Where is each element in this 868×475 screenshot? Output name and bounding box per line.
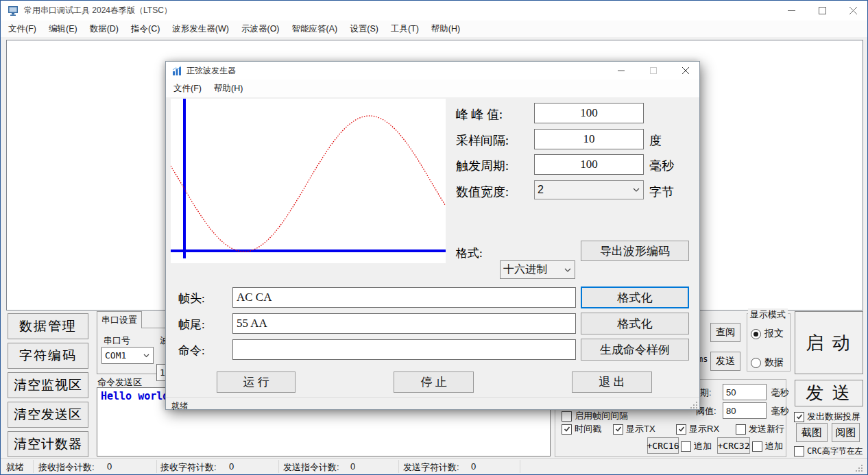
value-width-unit: 字节 [649, 184, 674, 200]
menu-command[interactable]: 指令(C) [125, 21, 166, 37]
timestamp-label: 时间戳 [575, 423, 601, 435]
review-button[interactable]: 查阅 [710, 323, 740, 342]
close-icon[interactable] [838, 1, 868, 21]
crc16-button[interactable]: +CRC16 [647, 437, 679, 454]
menu-edit[interactable]: 编辑(E) [43, 21, 84, 37]
sine-plot-svg [171, 99, 446, 263]
crc32-append-label: 追加 [765, 440, 783, 452]
dialog-resize-grip[interactable] [690, 401, 698, 409]
checkbox-box [676, 424, 686, 435]
threshold-input[interactable]: 80 [723, 402, 767, 419]
timestamp-checkbox[interactable]: 时间戳 [562, 423, 601, 435]
dialog-title: 正弦波发生器 [186, 62, 236, 80]
threshold-unit: 毫秒 [771, 405, 789, 417]
mode-message-label: 报文 [764, 328, 784, 340]
menu-tools[interactable]: 工具(T) [385, 21, 425, 37]
cast-checkbox[interactable]: 发出数据投屏 [794, 411, 860, 423]
mode-message-radio[interactable]: 报文 [751, 328, 784, 340]
dialog-close-icon[interactable] [672, 62, 699, 80]
port-label: 串口号 [104, 334, 130, 347]
format-head-button[interactable]: 格式化 [581, 287, 689, 308]
data-manage-button[interactable]: 数据管理 [8, 313, 88, 339]
trigger-period-input[interactable]: 100 [534, 154, 644, 175]
crc-high-byte-checkbox[interactable]: CRC高字节在左 [794, 446, 863, 457]
window-title: 常用串口调试工具 2024春季版（LTSC） [24, 1, 172, 21]
title-bar[interactable]: 常用串口调试工具 2024春季版（LTSC） [1, 1, 867, 21]
status-ready: 就绪 [6, 461, 24, 474]
screenshot-button[interactable]: 截图 [796, 423, 828, 442]
peak-input[interactable]: 100 [534, 103, 644, 123]
menu-autoreply[interactable]: 智能应答(A) [286, 21, 344, 37]
cast-label: 发出数据投屏 [807, 411, 860, 423]
port-select[interactable]: COM1 [101, 347, 154, 364]
menu-settings[interactable]: 设置(S) [343, 21, 385, 37]
clear-counter-button[interactable]: 清空计数器 [8, 431, 88, 457]
resize-grip[interactable] [855, 464, 863, 472]
format-select[interactable]: 十六进制 [500, 260, 575, 279]
rx-char-count-value: 0 [229, 461, 234, 472]
stop-button[interactable]: 停 止 [394, 372, 474, 393]
frame-gap-checkbox[interactable]: 启用帧间间隔 [562, 410, 628, 422]
frame-tail-input[interactable]: 55 AA [232, 313, 576, 334]
crc32-append-checkbox[interactable]: 追加 [752, 440, 783, 452]
menu-data[interactable]: 数据(D) [84, 21, 125, 37]
format-value: 十六进制 [503, 263, 547, 277]
exit-button[interactable]: 退 出 [572, 372, 652, 393]
send-interval-button[interactable]: 发送 [710, 352, 740, 371]
crc16-append-checkbox[interactable]: 追加 [681, 440, 712, 452]
frame-head-input[interactable]: AC CA [232, 287, 576, 308]
clear-send-button[interactable]: 清空发送区 [8, 402, 88, 428]
interval-input[interactable]: 10 [534, 129, 644, 149]
format-label: 格式: [456, 245, 483, 261]
dialog-menu-file[interactable]: 文件(F) [167, 80, 208, 97]
start-button[interactable]: 启 动 [795, 311, 863, 374]
dialog-minimize-icon[interactable] [608, 62, 634, 80]
status-divider [520, 460, 520, 473]
crc32-button[interactable]: +CRC32 [717, 437, 750, 454]
run-button[interactable]: 运 行 [217, 372, 296, 393]
port-value: COM1 [105, 350, 126, 361]
menu-bar: 文件(F) 编辑(E) 数据(D) 指令(C) 波形发生器(W) 示波器(O) … [1, 21, 867, 37]
chevron-down-icon [143, 354, 149, 358]
show-rx-checkbox[interactable]: 显示RX [676, 423, 719, 435]
value-width-label: 数值宽度: [456, 184, 509, 200]
view-image-button[interactable]: 阅图 [832, 423, 860, 442]
dialog-maximize-icon[interactable] [640, 62, 666, 80]
menu-oscilloscope[interactable]: 示波器(O) [235, 21, 286, 37]
rx-cmd-count-label: 接收指令计数: [38, 461, 95, 474]
minimize-icon[interactable] [776, 1, 807, 21]
checkbox-box [613, 424, 623, 435]
crc16-append-label: 追加 [694, 440, 712, 452]
maximize-icon[interactable] [807, 1, 838, 21]
tx-cmd-count-value: 0 [350, 461, 355, 472]
show-tx-checkbox[interactable]: 显示TX [613, 423, 655, 435]
chevron-down-icon [633, 188, 640, 193]
tab-serial-settings[interactable]: 串口设置 [97, 311, 142, 328]
menu-help[interactable]: 帮助(H) [425, 21, 466, 37]
dialog-menu-help[interactable]: 帮助(H) [208, 80, 249, 97]
mode-data-radio[interactable]: 数据 [751, 356, 784, 369]
frame-gap-label: 启用帧间间隔 [575, 410, 628, 422]
peak-label: 峰 峰 值: [456, 106, 503, 123]
app-window: 常用串口调试工具 2024春季版（LTSC） 文件(F) 编辑(E) 数据(D)… [0, 0, 868, 475]
status-divider [398, 460, 399, 473]
menu-wavegen[interactable]: 波形发生器(W) [166, 21, 235, 37]
crc-high-byte-label: CRC高字节在左 [807, 446, 863, 457]
format-tail-button[interactable]: 格式化 [581, 313, 689, 334]
tx-cmd-count-label: 发送指令计数: [283, 461, 339, 474]
export-waveform-button[interactable]: 导出波形编码 [581, 241, 689, 261]
trigger-period-unit: 毫秒 [649, 158, 674, 174]
show-tx-label: 显示TX [626, 423, 655, 435]
chevron-down-icon [564, 268, 571, 273]
interval-label: 采样间隔: [456, 132, 509, 149]
send-button[interactable]: 发 送 [795, 380, 863, 406]
char-encode-button[interactable]: 字符编码 [8, 343, 88, 369]
clear-monitor-button[interactable]: 清空监视区 [8, 372, 88, 398]
send-newline-checkbox[interactable]: 发送新行 [736, 423, 784, 435]
period-input[interactable]: 50 [723, 384, 767, 400]
command-input[interactable] [232, 339, 576, 360]
value-width-select[interactable]: 2 [534, 180, 644, 199]
send-newline-label: 发送新行 [749, 423, 784, 435]
menu-file[interactable]: 文件(F) [2, 21, 43, 37]
generate-sample-button[interactable]: 生成命令样例 [581, 339, 689, 361]
